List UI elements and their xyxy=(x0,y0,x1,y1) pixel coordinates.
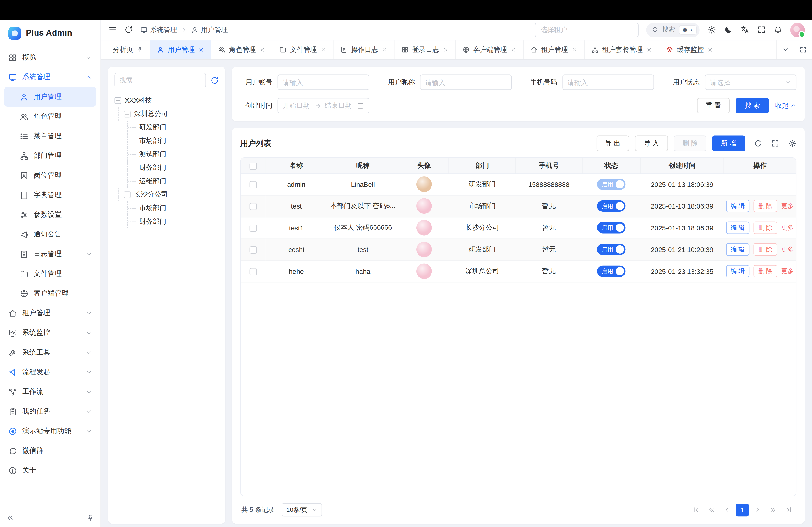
page-tab[interactable]: 角色管理 xyxy=(211,40,273,59)
search-button[interactable]: 搜 索 xyxy=(736,98,769,114)
close-icon[interactable] xyxy=(198,47,204,52)
sidebar-item[interactable]: 我的任务 xyxy=(4,402,96,421)
filter-input[interactable] xyxy=(425,78,506,86)
close-icon[interactable] xyxy=(511,47,516,52)
sidebar-item[interactable]: 工作流 xyxy=(4,382,96,402)
row-checkbox[interactable] xyxy=(250,202,257,210)
more-button[interactable]: 更多 xyxy=(781,201,794,210)
filter-input[interactable] xyxy=(283,78,364,86)
language-icon[interactable] xyxy=(740,26,749,34)
tenant-select-input[interactable] xyxy=(535,22,638,37)
edit-button[interactable]: 编 辑 xyxy=(726,222,750,234)
close-icon[interactable] xyxy=(646,47,652,52)
close-icon[interactable] xyxy=(443,47,448,52)
sidebar-subitem[interactable]: 菜单管理 xyxy=(4,126,96,146)
sidebar-item[interactable]: 流程发起 xyxy=(4,362,96,382)
page-tab[interactable]: 用户管理 xyxy=(150,40,211,59)
tree-collapse-icon[interactable] xyxy=(114,97,121,104)
last-page-button[interactable] xyxy=(782,503,796,517)
sidebar-subitem[interactable]: 客户端管理 xyxy=(4,284,96,303)
more-button[interactable]: 更多 xyxy=(781,267,794,276)
sidebar-subitem[interactable]: 日志管理 xyxy=(4,244,96,264)
more-button[interactable]: 更多 xyxy=(781,245,794,254)
close-icon[interactable] xyxy=(707,47,713,52)
notifications-icon[interactable] xyxy=(774,26,782,34)
global-search-button[interactable]: 搜索 ⌘ K xyxy=(646,22,699,37)
row-delete-button[interactable]: 删 除 xyxy=(754,243,777,256)
status-toggle[interactable]: 启用 xyxy=(597,200,625,212)
tree-node[interactable]: 测试部门 xyxy=(114,147,219,161)
edit-button[interactable]: 编 辑 xyxy=(726,200,750,212)
column-settings-icon[interactable] xyxy=(788,139,796,148)
sidebar-item[interactable]: 微信群 xyxy=(4,441,96,461)
delete-button[interactable]: 删 除 xyxy=(673,136,707,151)
breadcrumb-item[interactable]: 系统管理 xyxy=(140,25,177,34)
tree-collapse-icon[interactable] xyxy=(124,191,131,198)
sidebar-item[interactable]: 租户管理 xyxy=(4,303,96,323)
page-tab[interactable]: 文件管理 xyxy=(273,40,334,59)
tree-node[interactable]: XXX科技 xyxy=(114,94,219,107)
sidebar-subitem[interactable]: 字典管理 xyxy=(4,185,96,205)
sidebar-item-system[interactable]: 系统管理 xyxy=(4,67,96,87)
tree-node[interactable]: 市场部门 xyxy=(114,201,219,215)
jump-forward-button[interactable] xyxy=(766,503,780,517)
tree-search-input[interactable] xyxy=(114,73,206,88)
sidebar-item[interactable]: 系统监控 xyxy=(4,323,96,343)
page-tab[interactable]: 操作日志 xyxy=(334,40,395,59)
tree-collapse-icon[interactable] xyxy=(124,110,131,117)
row-checkbox[interactable] xyxy=(250,181,257,188)
sidebar-subitem[interactable]: 参数设置 xyxy=(4,205,96,225)
filter-input[interactable] xyxy=(710,78,782,86)
page-tab[interactable]: 客户端管理 xyxy=(455,40,523,59)
tree-node[interactable]: 研发部门 xyxy=(114,121,219,134)
sidebar-item[interactable]: 关于 xyxy=(4,461,96,480)
user-avatar[interactable] xyxy=(791,22,805,37)
close-icon[interactable] xyxy=(382,47,387,52)
edit-button[interactable]: 编 辑 xyxy=(726,243,750,256)
breadcrumb-item[interactable]: 用户管理 xyxy=(191,25,228,34)
sidebar-item[interactable]: 系统工具 xyxy=(4,343,96,362)
tree-node[interactable]: 财务部门 xyxy=(114,215,219,228)
export-button[interactable]: 导 出 xyxy=(596,136,629,151)
app-logo[interactable]: Plus Admin xyxy=(0,20,100,46)
sidebar-subitem[interactable]: 部门管理 xyxy=(4,146,96,165)
pin-sidebar-button[interactable] xyxy=(86,514,94,522)
collapse-sidebar-button[interactable] xyxy=(6,514,14,522)
row-checkbox[interactable] xyxy=(250,246,257,253)
close-icon[interactable] xyxy=(259,47,265,52)
tree-node[interactable]: 长沙分公司 xyxy=(114,188,219,201)
refresh-table-icon[interactable] xyxy=(754,139,763,148)
tab-list-dropdown-button[interactable] xyxy=(777,40,794,59)
status-toggle[interactable]: 启用 xyxy=(597,179,625,190)
first-page-button[interactable] xyxy=(689,503,703,517)
sidebar-item[interactable]: 演示站专用功能 xyxy=(4,421,96,441)
sidebar-subitem[interactable]: 用户管理 xyxy=(4,87,96,107)
tree-node[interactable]: 深圳总公司 xyxy=(114,107,219,121)
prev-page-button[interactable] xyxy=(721,503,734,517)
page-tab[interactable]: 分析页 xyxy=(106,40,150,59)
sidebar-subitem[interactable]: 岗位管理 xyxy=(4,166,96,185)
page-tab[interactable]: 租户管理 xyxy=(523,40,585,59)
tree-node[interactable]: 财务部门 xyxy=(114,161,219,175)
hamburger-menu-icon[interactable] xyxy=(108,26,117,34)
next-page-button[interactable] xyxy=(751,503,765,517)
row-delete-button[interactable]: 删 除 xyxy=(754,265,777,277)
refresh-page-icon[interactable] xyxy=(124,26,133,34)
sidebar-subitem[interactable]: 通知公告 xyxy=(4,225,96,244)
collapse-filters-link[interactable]: 收起 xyxy=(775,101,796,110)
fullscreen-icon[interactable] xyxy=(757,26,766,34)
edit-button[interactable]: 编 辑 xyxy=(726,265,750,277)
reset-button[interactable]: 重 置 xyxy=(697,98,730,114)
page-size-select[interactable]: 10条/页 xyxy=(282,503,322,517)
row-delete-button[interactable]: 删 除 xyxy=(754,200,777,212)
tree-node[interactable]: 运维部门 xyxy=(114,175,219,188)
status-toggle[interactable]: 启用 xyxy=(597,222,625,234)
dark-mode-icon[interactable] xyxy=(724,26,733,34)
current-page-button[interactable]: 1 xyxy=(736,503,749,516)
filter-input[interactable] xyxy=(567,78,649,86)
tree-node[interactable]: 市场部门 xyxy=(114,134,219,148)
tree-refresh-icon[interactable] xyxy=(210,76,219,85)
page-tab[interactable]: 登录日志 xyxy=(394,40,455,59)
sidebar-subitem[interactable]: 文件管理 xyxy=(4,264,96,284)
content-fullscreen-button[interactable] xyxy=(794,40,812,59)
